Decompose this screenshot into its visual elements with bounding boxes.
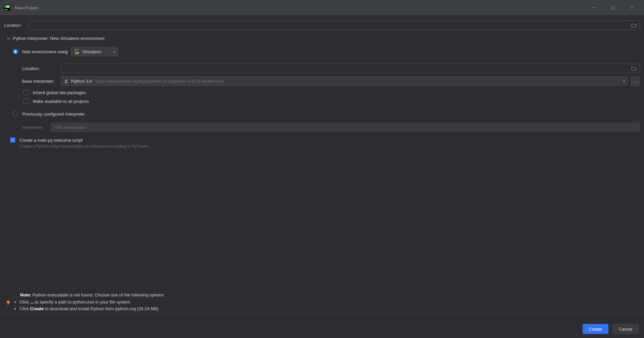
browse-location-button[interactable]	[631, 23, 639, 27]
browse-env-location-button[interactable]	[631, 66, 639, 71]
cancel-button[interactable]: Cancel	[612, 324, 639, 334]
python-icon	[74, 49, 79, 54]
maximize-button[interactable]	[611, 6, 621, 10]
inherit-checkbox[interactable]	[23, 90, 29, 95]
env-type-text: Virtualenv	[82, 49, 102, 54]
base-interp-label: Base interpreter:	[22, 79, 61, 84]
chevron-down-icon	[7, 37, 10, 40]
no-interpreter-text: <No interpreter>	[55, 125, 87, 130]
make-available-label: Make available to all projects	[33, 99, 89, 104]
svg-rect-1	[5, 5, 7, 8]
svg-rect-3	[7, 5, 9, 8]
welcome-desc: Create a Python script that provides an …	[4, 144, 640, 149]
chevron-down-icon: ▾	[635, 126, 636, 129]
inherit-label: Inherit global site-packages	[33, 90, 86, 95]
download-icon	[64, 79, 68, 83]
env-location-label: Location:	[22, 66, 61, 71]
svg-rect-2	[5, 9, 7, 10]
base-interp-browse-button[interactable]: …	[631, 76, 640, 86]
welcome-label: Create a main.py welcome script	[19, 138, 83, 143]
env-type-select[interactable]: Virtualenv ▾	[71, 47, 118, 56]
app-icon	[4, 5, 10, 11]
chevron-down-icon: ▾	[623, 79, 625, 83]
note-block: Note: Python executable is not found. Ch…	[4, 292, 640, 312]
new-env-label: New environment using	[22, 49, 68, 54]
window-title: New Project	[15, 5, 38, 10]
interpreter-select: <No interpreter> ▾	[51, 123, 640, 132]
close-button[interactable]	[630, 6, 640, 10]
interpreter-label: Interpreter:	[22, 125, 51, 130]
base-interp-select[interactable]: Python 3.9 https://www.python.org/ftp/py…	[61, 76, 628, 86]
base-interp-hint: https://www.python.org/ftp/python/3.9.13…	[95, 79, 223, 84]
location-label: Location:	[4, 23, 28, 28]
new-env-radio[interactable]	[13, 49, 18, 54]
note-bullet-2: Click Create to download and install Pyt…	[19, 306, 165, 312]
note-prefix: Note:	[20, 292, 31, 297]
make-available-checkbox[interactable]	[23, 98, 29, 104]
prev-interp-label: Previously configured interpreter	[22, 112, 85, 117]
chevron-down-icon: ▾	[113, 50, 115, 54]
titlebar: New Project	[0, 0, 644, 16]
prev-interp-radio[interactable]	[13, 111, 18, 117]
location-input[interactable]	[28, 20, 640, 30]
welcome-checkbox[interactable]	[10, 137, 15, 143]
create-button[interactable]: Create	[583, 324, 608, 334]
minimize-button[interactable]	[592, 6, 602, 10]
env-location-input[interactable]	[61, 64, 640, 73]
interpreter-section-toggle[interactable]: Python Interpreter: New Virtualenv envir…	[4, 36, 640, 41]
note-bullet-1: Click ... to specify a path to python.ex…	[19, 299, 165, 306]
lightning-icon	[5, 299, 11, 306]
interpreter-section-header: Python Interpreter: New Virtualenv envir…	[13, 36, 105, 41]
base-interp-name: Python 3.9	[71, 79, 92, 84]
note-text: Python executable is not found. Choose o…	[31, 292, 165, 297]
svg-rect-5	[612, 6, 614, 9]
